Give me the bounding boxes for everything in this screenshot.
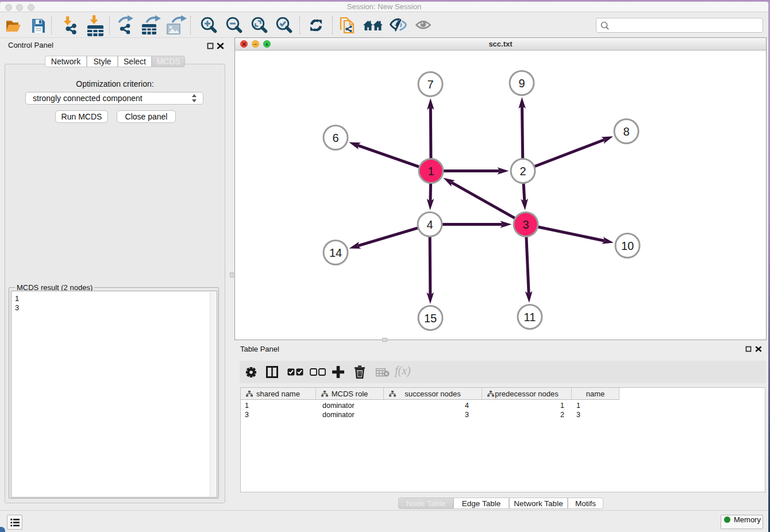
svg-text:7: 7 [427, 78, 433, 91]
svg-text:6: 6 [332, 132, 338, 144]
svg-text:1: 1 [428, 165, 434, 178]
svg-text:11: 11 [524, 311, 536, 323]
svg-text:2: 2 [519, 165, 526, 178]
svg-text:8: 8 [623, 125, 629, 138]
svg-text:10: 10 [621, 240, 634, 252]
svg-text:9: 9 [518, 77, 525, 90]
svg-text:14: 14 [329, 246, 342, 259]
svg-text:4: 4 [426, 218, 433, 231]
svg-text:3: 3 [522, 218, 529, 231]
svg-text:15: 15 [424, 312, 437, 325]
